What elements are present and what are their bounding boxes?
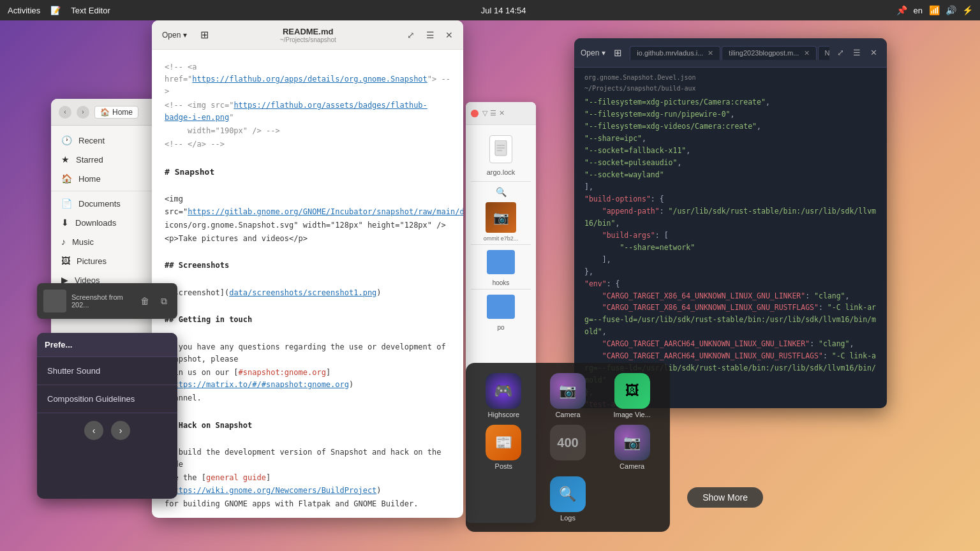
tej-open-label: Open bbox=[581, 48, 599, 57]
camera-bottom-icon: 📷 bbox=[614, 425, 650, 460]
git-list-icon: ☰ bbox=[490, 109, 496, 117]
tej-open-button[interactable]: Open ▾ bbox=[581, 48, 605, 57]
prefs-prev-button[interactable]: ‹ bbox=[84, 421, 103, 440]
app-grid-top-row: 🎮 Highscore 📷 Camera 🖼 Image Vie... 📰 Po… bbox=[473, 373, 662, 522]
prefs-next-button[interactable]: › bbox=[111, 421, 130, 440]
git-panel-close-icon[interactable]: ✕ bbox=[499, 109, 505, 117]
tej-tab-1-close[interactable]: ✕ bbox=[804, 49, 810, 57]
te-open-button[interactable]: Open ▾ bbox=[158, 29, 191, 41]
screenshot-copy-button[interactable]: ⧉ bbox=[157, 294, 171, 308]
home-icon: 🏠 bbox=[100, 108, 110, 117]
tej-tabs: io.github.mrvladus.i... ✕ tiling2023blog… bbox=[630, 46, 829, 60]
tej-new-tab-button[interactable]: ⊞ bbox=[609, 45, 626, 61]
sidebar-item-documents-label: Documents bbox=[78, 199, 121, 209]
text-editor-readme-window: Open ▾ ⊞ README.md ~/Projects/snapshot ⤢… bbox=[152, 20, 463, 518]
te-menu-button[interactable]: ☰ bbox=[422, 27, 438, 43]
app-item-posts[interactable]: 📰 Posts bbox=[473, 425, 534, 470]
prefs-shutter-sound-label: Shutter Sound bbox=[47, 366, 100, 376]
logs-label: Logs bbox=[560, 514, 575, 522]
tej-tab-2[interactable]: New Document bbox=[818, 46, 830, 60]
posts-label: Posts bbox=[495, 462, 513, 470]
posts-icon: 📰 bbox=[486, 425, 521, 460]
tej-menu-button[interactable]: ☰ bbox=[850, 46, 864, 60]
volume-icon: 🔊 bbox=[946, 5, 956, 15]
sidebar-item-starred-label: Starred bbox=[76, 155, 103, 165]
git-folder-hooks-label: hooks bbox=[471, 279, 531, 286]
app-item-camera-bottom[interactable]: 📷 Camera bbox=[602, 425, 662, 470]
camera-top-label: Camera bbox=[555, 411, 580, 418]
te-close-button[interactable]: ✕ bbox=[442, 27, 457, 43]
te-file-title: README.md bbox=[218, 27, 398, 36]
power-icon: ⚡ bbox=[962, 5, 972, 15]
app-item-camera-top[interactable]: 📷 Camera bbox=[538, 373, 598, 418]
screenshot-delete-button[interactable]: 🗑 bbox=[138, 294, 152, 308]
sidebar-item-downloads-label: Downloads bbox=[75, 218, 116, 228]
sidebar-item-home-label: Home bbox=[78, 174, 101, 184]
git-panel-header: ▽ ☰ ✕ bbox=[466, 102, 536, 125]
music-icon: ♪ bbox=[61, 237, 66, 247]
image-viewer-icon: 🖼 bbox=[614, 373, 650, 409]
prefs-title: Prefe... bbox=[45, 340, 170, 349]
logs-icon: 🔍 bbox=[550, 476, 586, 512]
app-item-logs[interactable]: 🔍 Logs bbox=[538, 476, 598, 522]
git-folder-po[interactable] bbox=[487, 295, 515, 319]
fm-home-label: Home bbox=[112, 108, 133, 117]
camera-bottom-label: Camera bbox=[620, 462, 644, 470]
image-viewer-label: Image Vie... bbox=[613, 411, 651, 418]
tej-tab-0-close[interactable]: ✕ bbox=[708, 49, 713, 57]
prefs-titlebar: Prefe... bbox=[37, 333, 177, 357]
git-folder-po-label: po bbox=[471, 324, 531, 331]
tej-chevron-icon: ▾ bbox=[602, 48, 605, 57]
prefs-shutter-sound[interactable]: Shutter Sound bbox=[37, 357, 177, 385]
sidebar-item-recent-label: Recent bbox=[78, 136, 105, 145]
git-folder-hooks[interactable] bbox=[487, 250, 515, 274]
downloads-icon: ⬇ bbox=[61, 217, 69, 228]
fm-home-button[interactable]: 🏠 Home bbox=[94, 106, 138, 119]
activities-label[interactable]: Activities bbox=[8, 6, 40, 15]
preferences-panel: Prefe... Shutter Sound Composition Guide… bbox=[37, 333, 177, 499]
sidebar-item-pictures-label: Pictures bbox=[77, 256, 107, 266]
prefs-composition-guidelines-label: Composition Guidelines bbox=[47, 394, 135, 404]
sidebar-item-music-label: Music bbox=[72, 237, 94, 247]
te-zoom-button[interactable]: ⤢ bbox=[403, 27, 419, 43]
git-commit-info: ommit e7b2... bbox=[471, 235, 531, 242]
show-more-button[interactable]: Show More bbox=[687, 487, 763, 508]
text-editor-json-window: Open ▾ ⊞ io.github.mrvladus.i... ✕ tilin… bbox=[574, 38, 887, 408]
highscore-label: Highscore bbox=[488, 411, 520, 418]
app-item-blank bbox=[473, 476, 534, 522]
json-code-block: "--filesystem=xdg-pictures/Camera:create… bbox=[584, 96, 877, 408]
datetime-label: Jul 14 14:54 bbox=[481, 6, 526, 15]
git-file-icon bbox=[489, 135, 512, 163]
prefs-nav: ‹ › bbox=[37, 413, 177, 448]
app-item-image-viewer[interactable]: 🖼 Image Vie... bbox=[602, 373, 662, 418]
documents-icon: 📄 bbox=[61, 198, 72, 209]
tej-zoom-button[interactable]: ⤢ bbox=[833, 46, 847, 60]
pictures-icon: 🖼 bbox=[61, 256, 70, 266]
fm-back-button[interactable]: ‹ bbox=[59, 106, 71, 119]
te-file-path: ~/Projects/snapshot bbox=[218, 36, 398, 43]
tej-titlebar: Open ▾ ⊞ io.github.mrvladus.i... ✕ tilin… bbox=[574, 38, 887, 68]
starred-icon: ★ bbox=[61, 154, 70, 165]
te-open-label: Open bbox=[162, 31, 181, 40]
prefs-composition-guidelines[interactable]: Composition Guidelines bbox=[37, 385, 177, 413]
lang-label: en bbox=[914, 6, 923, 15]
git-close-button[interactable] bbox=[471, 110, 479, 117]
fm-forward-button[interactable]: › bbox=[77, 106, 89, 119]
number-400-icon: 400 bbox=[550, 425, 586, 460]
app-name-icon: 📝 bbox=[50, 6, 61, 15]
git-search-icon: 🔍 bbox=[471, 187, 531, 197]
screenshot-thumbnail bbox=[43, 290, 66, 312]
te-new-tab-button[interactable]: ⊞ bbox=[196, 27, 212, 43]
topbar: Activities 📝 Text Editor Jul 14 14:54 📌 … bbox=[0, 0, 980, 20]
tej-tab-0[interactable]: io.github.mrvladus.i... ✕ bbox=[630, 46, 720, 60]
tej-content-area[interactable]: org.gnome.Snapshot.Devel.json ~/Projects… bbox=[574, 68, 887, 408]
tej-tab-1[interactable]: tiling2023blogpost.m... ✕ bbox=[722, 46, 816, 60]
tej-title-area: org.gnome.Snapshot.Devel.json ~/Projects… bbox=[584, 73, 877, 94]
app-name-label: Text Editor bbox=[71, 6, 110, 15]
git-filter-icon: ▽ bbox=[482, 109, 487, 117]
tej-file-title: org.gnome.Snapshot.Devel.json bbox=[584, 74, 696, 81]
app-item-highscore[interactable]: 🎮 Highscore bbox=[473, 373, 534, 418]
tej-close-button[interactable]: ✕ bbox=[866, 46, 880, 60]
app-item-400[interactable]: 400 bbox=[538, 425, 598, 470]
te-content-area[interactable]: <!-- <a href="https://flathub.org/apps/d… bbox=[152, 50, 463, 518]
